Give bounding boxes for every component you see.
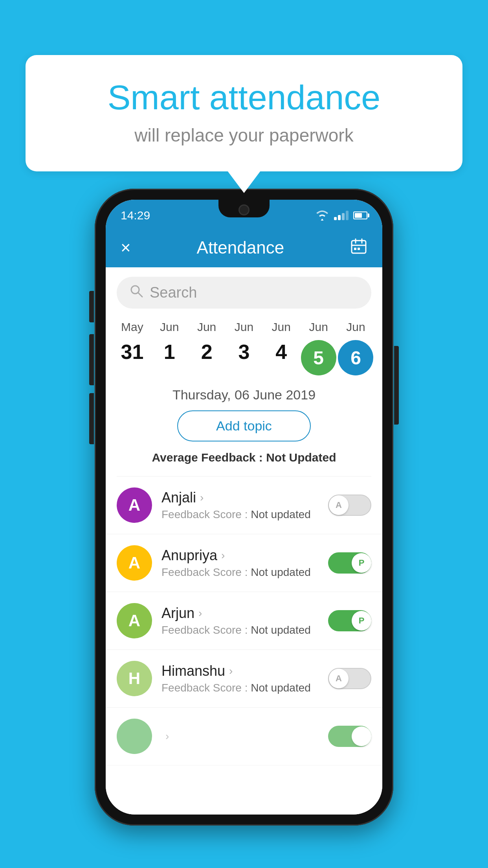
- date-day: 4: [275, 340, 287, 364]
- svg-rect-5: [358, 248, 360, 250]
- chevron-right-icon: ›: [165, 730, 169, 743]
- feedback-summary: Average Feedback : Not Updated: [106, 451, 382, 464]
- date-day: 2: [201, 340, 213, 364]
- svg-rect-0: [352, 241, 366, 253]
- bubble-subtitle: will replace your paperwork: [57, 125, 431, 146]
- attendance-toggle-arjun[interactable]: P: [328, 610, 371, 631]
- toggle-off[interactable]: A: [328, 495, 371, 516]
- student-name: Anjali ›: [161, 489, 319, 506]
- search-icon: [129, 284, 143, 302]
- toggle-knob: P: [352, 553, 371, 573]
- date-month: Jun: [272, 320, 291, 334]
- app-content: Search May 31 Jun 1 Jun: [106, 267, 382, 815]
- bubble-title: Smart attendance: [57, 79, 431, 117]
- speech-bubble-container: Smart attendance will replace your paper…: [26, 55, 462, 171]
- toggle-knob: P: [352, 611, 371, 631]
- attendance-toggle-anjali[interactable]: A: [328, 495, 371, 516]
- wifi-icon: [315, 210, 329, 221]
- date-day: 31: [121, 340, 144, 364]
- date-item-jun4[interactable]: Jun 4: [264, 320, 299, 364]
- chevron-right-icon: ›: [229, 665, 233, 677]
- svg-rect-4: [354, 248, 356, 250]
- student-avatar: A: [117, 545, 152, 581]
- toggle-knob: A: [329, 495, 349, 515]
- toggle-on: [328, 726, 371, 747]
- app-header: × Attendance: [106, 228, 382, 267]
- signal-icon: [334, 211, 349, 220]
- date-day-selected-blue: 6: [338, 340, 373, 375]
- student-info: ›: [161, 730, 319, 743]
- student-info: Anupriya › Feedback Score : Not updated: [161, 547, 319, 579]
- selected-date-text: Thursday, 06 June 2019: [106, 387, 382, 403]
- phone-body: 14:29: [95, 189, 393, 826]
- student-info: Arjun › Feedback Score : Not updated: [161, 605, 319, 636]
- power-button: [394, 346, 399, 425]
- search-placeholder: Search: [150, 284, 197, 301]
- toggle-on[interactable]: P: [328, 610, 371, 631]
- student-avatar: A: [117, 603, 152, 638]
- student-feedback: Feedback Score : Not updated: [161, 566, 319, 579]
- student-name: Himanshu ›: [161, 663, 319, 679]
- date-day-selected-green: 5: [301, 340, 336, 375]
- status-time: 14:29: [121, 206, 150, 222]
- volume-up-button: [89, 291, 94, 322]
- chevron-right-icon: ›: [200, 491, 204, 504]
- feedback-label: Average Feedback :: [152, 451, 266, 464]
- date-day: 1: [164, 340, 175, 364]
- volume-down-button: [89, 334, 94, 385]
- student-item-arjun[interactable]: A Arjun › Feedback Score : Not updated P: [106, 592, 382, 650]
- chevron-right-icon: ›: [198, 607, 202, 620]
- date-month: Jun: [197, 320, 216, 334]
- close-button[interactable]: ×: [121, 238, 131, 257]
- student-avatar: A: [117, 487, 152, 523]
- student-feedback: Feedback Score : Not updated: [161, 624, 319, 636]
- student-name: ›: [161, 730, 319, 743]
- silent-button: [89, 393, 94, 444]
- student-item-partial: ›: [106, 708, 382, 765]
- toggle-knob: [352, 726, 371, 746]
- toggle-on[interactable]: P: [328, 552, 371, 574]
- add-topic-button[interactable]: Add topic: [177, 410, 311, 441]
- battery-icon: [353, 211, 367, 219]
- attendance-toggle-anupriya[interactable]: P: [328, 552, 371, 574]
- date-item-may31[interactable]: May 31: [114, 320, 150, 364]
- student-item-himanshu[interactable]: H Himanshu › Feedback Score : Not update…: [106, 650, 382, 708]
- student-feedback: Feedback Score : Not updated: [161, 508, 319, 521]
- front-camera: [238, 204, 250, 215]
- attendance-toggle-himanshu[interactable]: A: [328, 668, 371, 689]
- student-info: Himanshu › Feedback Score : Not updated: [161, 663, 319, 694]
- svg-line-7: [138, 293, 142, 297]
- date-month: Jun: [346, 320, 365, 334]
- date-strip: May 31 Jun 1 Jun 2 Jun: [106, 316, 382, 383]
- header-title: Attendance: [197, 238, 284, 257]
- student-name: Anupriya ›: [161, 547, 319, 564]
- date-month: Jun: [309, 320, 328, 334]
- date-item-jun2[interactable]: Jun 2: [189, 320, 224, 364]
- student-info: Anjali › Feedback Score : Not updated: [161, 489, 319, 521]
- date-item-jun3[interactable]: Jun 3: [226, 320, 262, 364]
- student-name: Arjun ›: [161, 605, 319, 622]
- student-avatar: [117, 719, 152, 754]
- date-month: Jun: [160, 320, 179, 334]
- notch: [218, 200, 270, 217]
- status-icons: [315, 207, 367, 221]
- date-month: May: [121, 320, 143, 334]
- date-item-jun1[interactable]: Jun 1: [152, 320, 187, 364]
- calendar-button[interactable]: [350, 237, 367, 258]
- search-bar[interactable]: Search: [117, 277, 371, 309]
- toggle-off[interactable]: A: [328, 668, 371, 689]
- student-feedback: Feedback Score : Not updated: [161, 682, 319, 694]
- student-item-anjali[interactable]: A Anjali › Feedback Score : Not updated …: [106, 476, 382, 534]
- student-item-anupriya[interactable]: A Anupriya › Feedback Score : Not update…: [106, 534, 382, 592]
- date-month: Jun: [235, 320, 253, 334]
- attendance-toggle-partial: [328, 726, 371, 747]
- date-item-jun6[interactable]: Jun 6: [338, 320, 373, 375]
- student-avatar: H: [117, 661, 152, 696]
- date-day: 3: [238, 340, 250, 364]
- date-item-jun5[interactable]: Jun 5: [301, 320, 336, 375]
- speech-bubble: Smart attendance will replace your paper…: [26, 55, 462, 171]
- toggle-knob: A: [329, 669, 349, 688]
- phone-screen: 14:29: [106, 200, 382, 815]
- feedback-value: Not Updated: [266, 451, 336, 464]
- chevron-right-icon: ›: [221, 549, 225, 562]
